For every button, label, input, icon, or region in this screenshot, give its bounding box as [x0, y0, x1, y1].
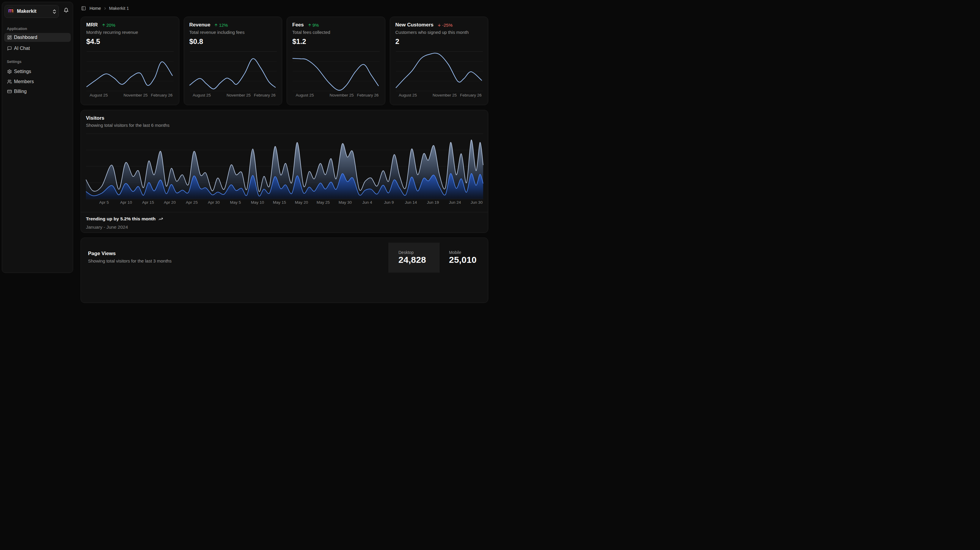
svg-text:m: m [8, 8, 14, 14]
